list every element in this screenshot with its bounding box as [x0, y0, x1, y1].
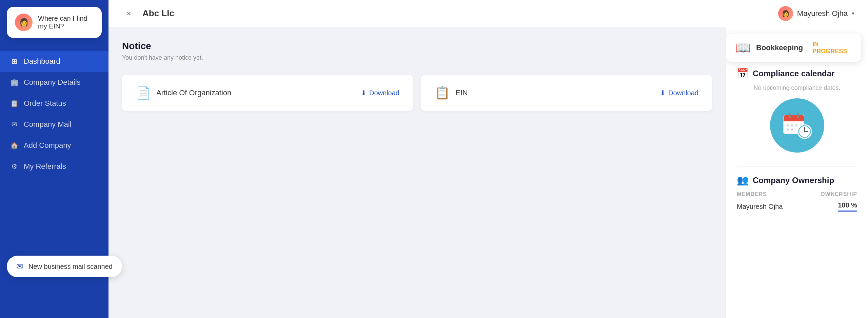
- notice-section: Notice You don't have any notice yet.: [122, 41, 712, 61]
- ownership-header-label: OWNERSHIP: [821, 191, 857, 197]
- company-details-icon: 🏢: [10, 78, 18, 86]
- ein-doc-name: EIN: [455, 88, 468, 97]
- table-row: Mayuresh Ojha 100 %: [737, 201, 857, 212]
- doc-left: 📄 Article Of Organization: [136, 86, 231, 100]
- ownership-title: Company Ownership: [753, 176, 834, 185]
- add-company-icon: 🏠: [10, 141, 18, 150]
- svg-point-15: [804, 131, 805, 132]
- sidebar: 👩 Where can I find my EIN? ⊞ Dashboard 🏢…: [0, 0, 108, 318]
- members-header: MEMBERS: [737, 191, 767, 197]
- compliance-section-title: 📅 Compliance calendar: [737, 68, 857, 79]
- ownership-table: MEMBERS OWNERSHIP Mayuresh Ojha 100 %: [737, 191, 857, 212]
- article-of-organization-card: 📄 Article Of Organization ⬇ Download: [122, 75, 413, 111]
- order-status-icon: 📋: [10, 99, 18, 107]
- mail-notification[interactable]: ✉ New business mail scanned: [7, 256, 122, 277]
- user-name: Mayuresh Ojha: [797, 9, 848, 18]
- svg-rect-3: [789, 113, 791, 118]
- sidebar-item-add-company[interactable]: 🏠 Add Company: [0, 135, 108, 156]
- ein-card: 📋 EIN ⬇ Download: [421, 75, 712, 111]
- chat-bubble: 👩 Where can I find my EIN?: [7, 7, 102, 38]
- main-content: × Abc Llc 👩 Mayuresh Ojha ▾ Notice You d…: [108, 0, 868, 318]
- ownership-icon: 👥: [737, 175, 749, 186]
- sidebar-item-my-referrals[interactable]: ⚙ My Referrals: [0, 156, 108, 177]
- svg-rect-4: [797, 113, 799, 118]
- sidebar-item-label: Company Mail: [24, 120, 72, 129]
- sidebar-item-label: Add Company: [24, 141, 71, 150]
- top-bar: × Abc Llc 👩 Mayuresh Ojha ▾: [108, 0, 868, 27]
- ownership-section: 👥 Company Ownership MEMBERS OWNERSHIP Ma…: [737, 166, 857, 212]
- ownership-percentage: 100 %: [838, 201, 857, 212]
- svg-point-7: [795, 124, 797, 126]
- notice-title: Notice: [122, 41, 712, 52]
- bookkeeping-label: Bookkeeping: [756, 43, 803, 52]
- user-info[interactable]: 👩 Mayuresh Ojha ▾: [778, 6, 854, 21]
- content-body: Notice You don't have any notice yet. 📄 …: [108, 27, 868, 318]
- mail-notification-text: New business mail scanned: [28, 263, 113, 271]
- doc-name: Article Of Organization: [156, 88, 231, 97]
- ein-file-icon: 📋: [435, 86, 450, 100]
- dashboard-icon: ⊞: [10, 57, 18, 65]
- chat-text: Where can I find my EIN?: [38, 15, 94, 30]
- mail-notification-icon: ✉: [16, 262, 23, 271]
- left-panel: Notice You don't have any notice yet. 📄 …: [108, 27, 726, 318]
- right-panel: 📖 Bookkeeping IN PROGRESS 📅 Compliance c…: [726, 27, 868, 318]
- no-dates-text: No upcoming compliance dates.: [737, 84, 857, 92]
- app-container: 👩 Where can I find my EIN? ⊞ Dashboard 🏢…: [0, 0, 868, 318]
- avatar: 👩: [15, 14, 33, 31]
- close-icon: ×: [126, 9, 131, 18]
- download-article-button[interactable]: ⬇ Download: [361, 89, 399, 97]
- bookkeeping-banner: 📖 Bookkeeping IN PROGRESS: [726, 34, 861, 62]
- empty-state: [122, 124, 712, 260]
- member-name: Mayuresh Ojha: [737, 203, 783, 211]
- svg-point-6: [791, 124, 793, 126]
- mail-icon: ✉: [10, 120, 18, 128]
- svg-point-9: [787, 128, 789, 131]
- doc-file-icon: 📄: [136, 86, 151, 100]
- sidebar-item-label: Order Status: [24, 99, 66, 108]
- calendar-illustration: [770, 98, 824, 153]
- chevron-down-icon: ▾: [852, 10, 854, 17]
- sidebar-item-label: Company Details: [24, 78, 81, 87]
- svg-rect-2: [784, 119, 804, 121]
- sidebar-item-label: Dashboard: [24, 57, 60, 66]
- download-arrow-icon-2: ⬇: [660, 89, 666, 97]
- ownership-header: MEMBERS OWNERSHIP: [737, 191, 857, 197]
- sidebar-item-label: My Referrals: [24, 162, 66, 171]
- referrals-icon: ⚙: [10, 162, 18, 171]
- sidebar-nav: ⊞ Dashboard 🏢 Company Details 📋 Order St…: [0, 47, 108, 180]
- sidebar-item-company-details[interactable]: 🏢 Company Details: [0, 72, 108, 93]
- svg-point-10: [791, 128, 793, 131]
- docs-row: 📄 Article Of Organization ⬇ Download 📋 E…: [122, 75, 712, 111]
- ownership-section-title: 👥 Company Ownership: [737, 175, 857, 186]
- sidebar-item-order-status[interactable]: 📋 Order Status: [0, 93, 108, 114]
- bookkeeping-icon: 📖: [735, 41, 751, 55]
- download-arrow-icon: ⬇: [361, 89, 367, 97]
- user-avatar: 👩: [778, 6, 793, 21]
- close-button[interactable]: ×: [122, 7, 136, 20]
- company-name: Abc Llc: [142, 8, 771, 19]
- doc-left: 📋 EIN: [435, 86, 468, 100]
- notice-subtitle: You don't have any notice yet.: [122, 54, 712, 61]
- compliance-title: Compliance calendar: [753, 69, 834, 78]
- calendar-icon: 📅: [737, 68, 749, 79]
- download-label: Download: [369, 89, 399, 97]
- download-ein-button[interactable]: ⬇ Download: [660, 89, 698, 97]
- calendar-svg: [780, 108, 814, 142]
- sidebar-item-dashboard[interactable]: ⊞ Dashboard: [0, 51, 108, 72]
- svg-point-5: [787, 124, 789, 126]
- download-ein-label: Download: [668, 89, 698, 97]
- in-progress-badge: IN PROGRESS: [812, 41, 852, 55]
- sidebar-item-company-mail[interactable]: ✉ Company Mail: [0, 114, 108, 135]
